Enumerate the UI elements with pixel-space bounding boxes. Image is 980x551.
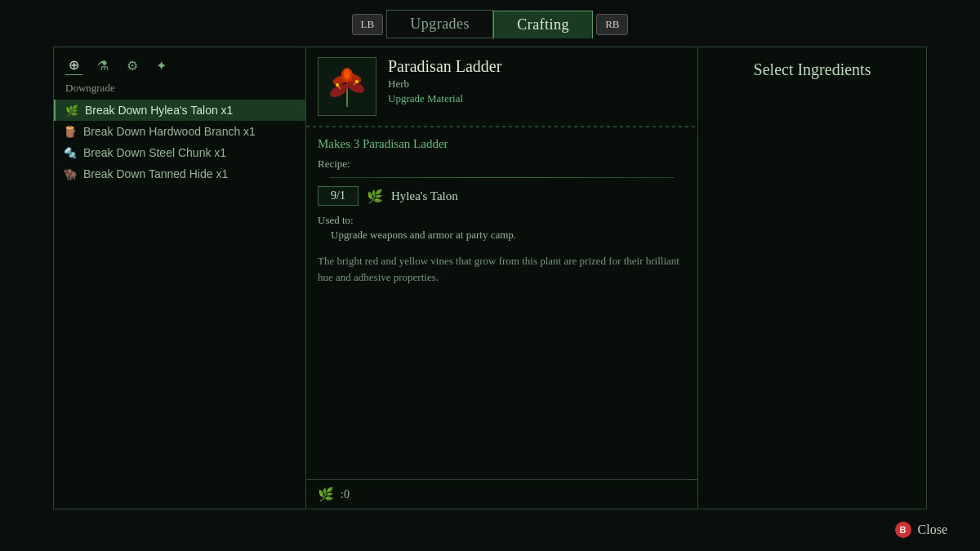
item-image (323, 62, 372, 111)
recipe-item-steel[interactable]: 🔩 Break Down Steel Chunk x1 (54, 142, 305, 163)
recipe-item-tanned[interactable]: 🦬 Break Down Tanned Hide x1 (54, 163, 305, 184)
svg-point-10 (336, 83, 339, 87)
main-container: ⊕ ⚗ ⚙ ✦ Downgrade 🌿 Break Down Hylea's T… (0, 47, 980, 509)
item-name: Paradisan Ladder (388, 57, 686, 76)
recipe-icon-tanned: 🦬 (64, 168, 77, 180)
makes-label: Makes 3 Paradisan Ladder (318, 137, 686, 151)
lb-button[interactable]: LB (352, 14, 384, 35)
recipe-label-steel: Break Down Steel Chunk x1 (83, 146, 226, 159)
recipe-item-hylea[interactable]: 🌿 Break Down Hylea's Talon x1 (54, 100, 305, 121)
item-info: Paradisan Ladder Herb Upgrade Material (388, 57, 686, 105)
recipe-label-hylea: Break Down Hylea's Talon x1 (85, 104, 233, 117)
used-to-title: Used to: (318, 214, 686, 227)
middle-panel: Paradisan Ladder Herb Upgrade Material M… (306, 47, 698, 509)
bottom-bar: B Close (895, 522, 947, 538)
recipe-label-hardwood: Break Down Hardwood Branch x1 (83, 125, 256, 138)
tab-upgrades[interactable]: Upgrades (386, 10, 493, 38)
used-to-section: Used to: Upgrade weapons and armor at pa… (318, 214, 686, 242)
recipe-list: 🌿 Break Down Hylea's Talon x1 🪵 Break Do… (54, 100, 305, 509)
recipe-icon-hardwood: 🪵 (64, 126, 77, 138)
used-to-desc: Upgrade weapons and armor at party camp. (318, 229, 686, 242)
svg-point-11 (355, 80, 359, 83)
filter-icon-3[interactable]: ⚙ (123, 56, 141, 75)
right-panel: Select Ingredients (698, 47, 927, 509)
item-tag: Upgrade Material (388, 92, 686, 105)
filter-icon-4[interactable]: ✦ (153, 56, 170, 75)
downgrade-label: Downgrade (54, 80, 305, 100)
left-panel: ⊕ ⚗ ⚙ ✦ Downgrade 🌿 Break Down Hylea's T… (53, 47, 306, 509)
ingredient-name: Hylea's Talon (391, 189, 458, 203)
ingredient-icon: 🌿 (367, 189, 383, 204)
filter-icon-1[interactable]: ⊕ (65, 56, 82, 75)
close-button-icon[interactable]: B (895, 522, 911, 538)
currency-value: :0 (341, 488, 350, 501)
currency-icon: 🌿 (318, 487, 334, 502)
tab-crafting[interactable]: Crafting (493, 11, 593, 38)
right-panel-title: Select Ingredients (698, 47, 926, 89)
flavor-text: The bright red and yellow vines that gro… (318, 253, 686, 285)
item-header: Paradisan Ladder Herb Upgrade Material (306, 47, 697, 126)
item-type: Herb (388, 78, 686, 91)
recipe-icon-hylea: 🌿 (65, 104, 78, 117)
ingredient-qty: 9/1 (318, 186, 359, 206)
left-panel-icons: ⊕ ⚗ ⚙ ✦ (54, 47, 305, 80)
svg-point-7 (344, 69, 350, 79)
ingredient-row: 9/1 🌿 Hylea's Talon (318, 186, 686, 206)
recipe-icon-steel: 🔩 (64, 147, 77, 159)
middle-bottom: 🌿 :0 (306, 479, 697, 509)
recipe-divider (329, 177, 675, 178)
rb-button[interactable]: RB (596, 14, 628, 35)
recipe-label-tanned: Break Down Tanned Hide x1 (83, 167, 228, 180)
recipe-item-hardwood[interactable]: 🪵 Break Down Hardwood Branch x1 (54, 121, 305, 142)
dotted-divider-top (306, 126, 697, 127)
filter-icon-2[interactable]: ⚗ (94, 56, 112, 75)
item-thumbnail (318, 57, 376, 116)
top-nav: LB Upgrades Crafting RB (0, 0, 980, 47)
item-details: Makes 3 Paradisan Ladder Recipe: 9/1 🌿 H… (306, 127, 697, 479)
recipe-section-label: Recipe: (318, 158, 686, 171)
close-label: Close (918, 522, 947, 537)
